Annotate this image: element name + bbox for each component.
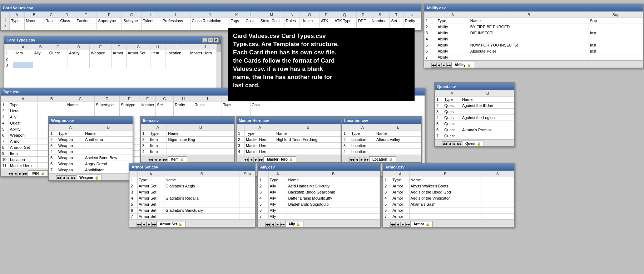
- tab-weapon[interactable]: Weapon 🔒: [76, 175, 102, 180]
- tab-nav-weapon-last[interactable]: ▶▶: [71, 175, 76, 180]
- tab-nav-item-next[interactable]: ▶: [158, 157, 163, 162]
- tab-nav-ability-next[interactable]: ▶: [441, 63, 446, 68]
- tab-nav-mh-first[interactable]: ◀◀: [244, 157, 249, 162]
- card-values-title: Card Values.csv: [3, 6, 33, 10]
- tab-type[interactable]: Type 🔒: [28, 170, 48, 176]
- card-values-grid: A B C D E F G H I J K L M N O: [1, 11, 421, 30]
- table-row: 4Weapon: [49, 149, 133, 155]
- weapon-titlebar: Weapon.csv: [49, 117, 133, 124]
- table-row: 3Quest: [435, 109, 514, 115]
- quest-grid: A B 1TypeName 2QuestAgainst the Illidari…: [435, 90, 514, 139]
- table-row: 2AllyAcid Hands McGillicutty: [258, 183, 380, 189]
- tab-nav-quest-prev[interactable]: ◀: [447, 141, 452, 146]
- col-r: R: [356, 12, 370, 18]
- col-header-empty: [1, 12, 10, 18]
- item-titlebar: Item.csv: [141, 117, 234, 124]
- tab-nav-loc-last[interactable]: ▶▶: [364, 157, 369, 162]
- armor-title: Armor.csv: [385, 165, 405, 169]
- tab-nav-weapon-prev[interactable]: ◀: [61, 175, 66, 180]
- tab-nav-quest-next[interactable]: ▶: [452, 141, 457, 146]
- table-row: 3Armor Set: [130, 189, 255, 195]
- col-u: U: [403, 12, 421, 18]
- tab-ability[interactable]: Ability 🔒: [451, 62, 474, 68]
- table-row: 1TypeName: [49, 131, 133, 137]
- tab-nav-as-next[interactable]: ▶: [147, 222, 152, 227]
- tab-nav-prev-type[interactable]: ◀: [13, 171, 18, 176]
- tab-nav-ally-last[interactable]: ▶▶: [280, 222, 285, 227]
- quest-titlebar: Quest.csv: [435, 83, 514, 90]
- tab-nav-mh-last[interactable]: ▶▶: [259, 157, 264, 162]
- table-row: 4QuestAgainst the Legion: [435, 115, 514, 121]
- card-values-titlebar: Card Values.csv: [1, 4, 421, 11]
- tab-nav-as-prev[interactable]: ◀: [142, 222, 147, 227]
- table-row: 7WeaponAnnihilator: [49, 167, 133, 173]
- restore-button[interactable]: □: [208, 38, 213, 43]
- armor-grid: A B S 1TypeName 2ArmorAbyss Walker's Boo…: [383, 171, 514, 220]
- table-row: 6Armor SetGladiator's Sanctuary: [130, 207, 255, 214]
- tab-nav-ability-first[interactable]: ◀◀: [431, 63, 436, 68]
- tab-nav-ally-first[interactable]: ◀◀: [265, 222, 270, 227]
- table-row: 1 Type Name Race Class Faction Supertype…: [1, 18, 421, 24]
- tab-location[interactable]: Location 🔒: [369, 156, 396, 162]
- tab-item[interactable]: Item 🔒: [168, 156, 187, 162]
- tab-nav-quest-first[interactable]: ◀◀: [442, 141, 447, 146]
- col-n: N: [284, 12, 300, 18]
- tab-nav-quest-last[interactable]: ▶▶: [457, 141, 462, 146]
- tab-nav-item-prev[interactable]: ◀: [153, 157, 158, 162]
- tab-nav-mh-next[interactable]: ▶: [254, 157, 259, 162]
- card-values-window: Card Values.csv A B C D E F G H I: [0, 4, 422, 31]
- tab-nav-mh-prev[interactable]: ◀: [249, 157, 254, 162]
- tab-nav-weapon-next[interactable]: ▶: [66, 175, 71, 180]
- ability-titlebar: Ability.csv: [424, 4, 643, 11]
- table-row: 6QuestAkama's Promise: [435, 127, 514, 133]
- col-g: G: [122, 12, 142, 18]
- tab-nav-loc-first[interactable]: ◀◀: [349, 157, 354, 162]
- col-c: C: [44, 12, 59, 18]
- table-row: 2Armor SetGladiator's Aegis: [130, 183, 255, 189]
- tab-master-hero[interactable]: Master Hero 🔒: [264, 156, 296, 162]
- col-e: E: [75, 12, 96, 18]
- tab-nav-item-last[interactable]: ▶▶: [163, 157, 168, 162]
- tab-nav-item-first[interactable]: ◀◀: [148, 157, 153, 162]
- overlay-description: Card Values.csv Card Types.csv Type.csv.…: [228, 28, 415, 101]
- tab-nav-loc-prev[interactable]: ◀: [354, 157, 359, 162]
- tab-nav-ally-next[interactable]: ▶: [275, 222, 280, 227]
- tab-nav-as-last[interactable]: ▶▶: [152, 222, 157, 227]
- tab-nav-first-type[interactable]: ◀◀: [8, 171, 13, 176]
- tab-nav-last-type[interactable]: ▶▶: [23, 171, 28, 176]
- table-row: 3: [5, 62, 221, 68]
- tab-ally[interactable]: Ally 🔒: [285, 221, 303, 227]
- ally-title: Ally.csv: [260, 165, 275, 169]
- table-row: 2QuestAgainst the Illidari: [435, 103, 514, 109]
- tab-nav-armor-first[interactable]: ◀◀: [390, 222, 395, 227]
- col-t: T: [390, 12, 403, 18]
- weapon-grid: A B 1TypeName 2WeaponAnathema 3Weapon 4W…: [49, 124, 133, 173]
- armor-set-titlebar: Armor Set.csv: [129, 163, 255, 171]
- table-row: 5AllyBladehands Spigotgulp: [258, 201, 380, 207]
- tab-nav-ability-prev[interactable]: ◀: [436, 63, 441, 68]
- minimize-button[interactable]: _: [202, 38, 207, 43]
- tab-armor[interactable]: Armor 🔒: [410, 221, 433, 227]
- item-grid: A B 1TypeName 2ItemGigantique Bag 3Item …: [141, 124, 234, 155]
- tab-armor-set[interactable]: Armor Set 🔒: [157, 221, 185, 227]
- tab-nav-as-first[interactable]: ◀◀: [137, 222, 142, 227]
- col-a: A: [10, 12, 24, 18]
- card-types-titlebar: Card Types.csv _ □ ✕: [4, 36, 221, 44]
- weapon-title: Weapon.csv: [51, 118, 74, 123]
- tab-nav-next-type[interactable]: ▶: [18, 171, 23, 176]
- location-titlebar: Location.csv: [342, 117, 421, 124]
- tab-nav-ally-prev[interactable]: ◀: [270, 222, 275, 227]
- tab-nav-ability-last[interactable]: ▶▶: [446, 63, 451, 68]
- tab-nav-weapon-first[interactable]: ◀◀: [56, 175, 61, 180]
- table-row: 4Location: [342, 149, 421, 155]
- tab-nav-armor-next[interactable]: ▶: [400, 222, 405, 227]
- table-row: 5WeaponAncient Bone Bow: [49, 155, 133, 161]
- table-row: 6Ally: [258, 207, 380, 214]
- type-csv-title: Type.csv: [3, 90, 19, 94]
- table-row: 6WeaponAngry Dread: [49, 161, 133, 167]
- close-button[interactable]: ✕: [214, 38, 219, 43]
- tab-nav-armor-prev[interactable]: ◀: [395, 222, 400, 227]
- tab-quest[interactable]: Quest 🔒: [462, 141, 484, 146]
- tab-nav-loc-next[interactable]: ▶: [359, 157, 364, 162]
- tab-nav-armor-last[interactable]: ▶▶: [405, 222, 410, 227]
